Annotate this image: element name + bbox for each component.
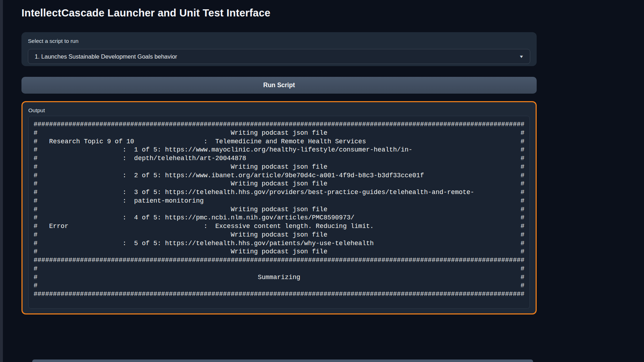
window-left-edge (0, 0, 3, 362)
script-select[interactable]: 1. Launches Sustainable Development Goal… (28, 49, 530, 64)
chevron-down-icon: ▼ (519, 54, 524, 59)
output-panel: Output #################################… (21, 101, 537, 314)
run-script-button[interactable]: Run Script (21, 77, 537, 94)
page-title: IntellectCascade Launcher and Unit Test … (21, 7, 270, 19)
script-selector-panel: Select a script to run 1. Launches Susta… (21, 32, 537, 66)
script-select-label: Select a script to run (28, 38, 530, 44)
output-console[interactable]: ########################################… (28, 116, 530, 309)
output-label: Output (28, 107, 530, 114)
script-select-value: 1. Launches Sustainable Development Goal… (35, 53, 177, 60)
next-element-top-edge (32, 359, 533, 362)
console-text: ########################################… (34, 120, 525, 299)
